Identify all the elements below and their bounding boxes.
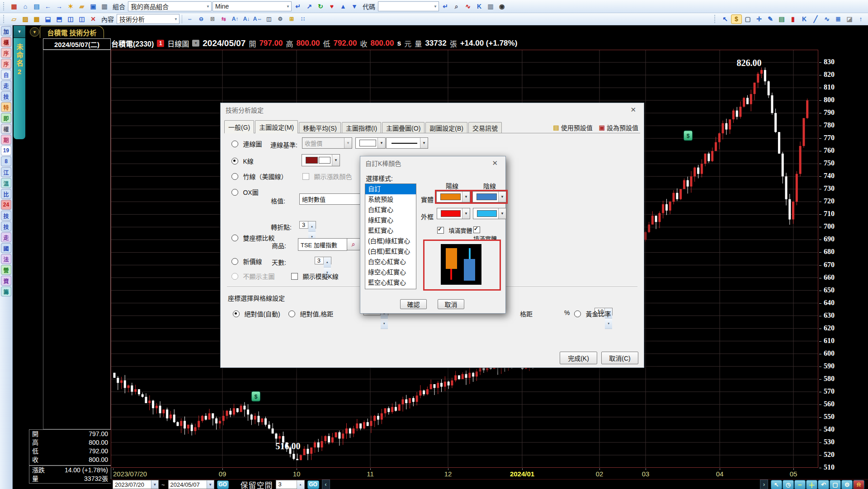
sim-k-checkbox[interactable]: 顯示模擬K線 — [291, 272, 339, 281]
portfolio-dropdown[interactable]: 我的商品組合 ▼ — [128, 1, 212, 11]
kline-radio[interactable]: K線 — [231, 156, 254, 165]
ox-radio[interactable]: OX圖 — [231, 188, 259, 197]
bull-body-color-dropdown[interactable]: ▼ — [436, 191, 470, 202]
k-chart-icon[interactable]: K — [474, 2, 485, 11]
sidebar-function-button[interactable]: 資 — [1, 276, 11, 286]
line-color-dropdown[interactable]: ▼ — [355, 137, 386, 149]
forward-icon[interactable]: → — [54, 2, 65, 11]
settings-tab[interactable]: 副圖設定(B) — [425, 122, 467, 133]
period-dropdown-icon[interactable]: ▼ — [192, 40, 199, 47]
style-option[interactable]: (白框)綠紅實心 — [365, 236, 416, 246]
font-down-icon[interactable]: A↓ — [241, 14, 252, 24]
sidebar-function-button[interactable]: 序 — [1, 48, 11, 58]
style-option[interactable]: 藍空心紅實心 — [365, 277, 416, 288]
bamboo-radio[interactable]: 竹線（美國線） — [231, 172, 287, 181]
sidebar-function-button[interactable]: 櫃 — [1, 37, 11, 47]
sidebar-function-button[interactable]: 19 — [1, 146, 11, 155]
dialog-titlebar[interactable]: 技術分析設定 ✕ — [221, 103, 644, 117]
abs-auto-radio[interactable]: 絕對值(自動) — [233, 309, 280, 318]
line-chart-radio[interactable]: 連線圖 — [231, 139, 262, 148]
abs-gap-radio[interactable]: 絕對值,格距 — [288, 309, 333, 318]
fill-bull-checkbox[interactable]: 填滿實體 — [437, 226, 472, 235]
sidebar-function-button[interactable]: 比 — [1, 189, 11, 199]
scroll-up-icon[interactable]: ↑ — [855, 14, 866, 24]
bear-body-color-dropdown[interactable]: ▼ — [472, 191, 506, 202]
style-option[interactable]: 白紅實心 — [365, 205, 416, 215]
settings-tab[interactable]: 主圖指標(I) — [342, 122, 381, 133]
close-pane-icon[interactable]: ✕ — [88, 14, 99, 24]
sidebar-function-button[interactable]: 技 — [1, 91, 11, 101]
sidebar-function-button[interactable]: 溫 — [1, 178, 11, 188]
alert-bell-icon[interactable]: ⍾ — [853, 480, 864, 489]
dual-axis-radio[interactable]: 雙座標比較 — [231, 233, 274, 242]
settings-tab[interactable]: 交易訊號 — [468, 122, 502, 133]
pane-layout-icon[interactable]: ◫ — [264, 14, 274, 24]
print-icon[interactable]: ▥ — [99, 2, 110, 11]
product-search-button[interactable]: ⌕ — [347, 238, 360, 250]
sidebar-function-button[interactable]: 技 — [1, 211, 11, 221]
sidebar-function-button[interactable]: 技 — [1, 221, 11, 231]
cancel-button[interactable]: 取消 — [438, 299, 464, 309]
sidebar-function-button[interactable]: 即 — [1, 113, 11, 123]
trend-chart-icon[interactable]: ∿ — [462, 2, 473, 11]
settings-tab[interactable]: 移動平均(S) — [299, 122, 341, 133]
settings-tab[interactable]: 主圖設定(M) — [255, 120, 298, 133]
split-rows-icon[interactable]: ⬓ — [42, 14, 53, 24]
done-button[interactable]: 完成(K) — [560, 352, 597, 364]
tools-icon[interactable]: ⚙ — [841, 480, 853, 489]
settings-tab[interactable]: 一般(G) — [224, 120, 254, 133]
set-default-button[interactable]: ▣ 設為預設值 — [599, 123, 638, 132]
product-input[interactable]: TSE 加權指數 — [298, 238, 347, 251]
style-option[interactable]: 綠空心紅實心 — [365, 267, 416, 277]
sidebar-function-button[interactable]: 走 — [1, 80, 11, 90]
sidebar-function-button[interactable]: 8 — [1, 156, 11, 166]
golden-ratio-radio[interactable]: 黃金比率 — [574, 309, 611, 318]
page-up-icon[interactable]: ▲ — [338, 2, 349, 11]
undo-icon[interactable]: ↶ — [818, 480, 829, 489]
enter-icon[interactable]: ↵ — [292, 2, 303, 11]
home-icon[interactable]: ⌂ — [20, 2, 31, 11]
time-axis[interactable]: 2023/07/20091011122024/0102030405 — [111, 468, 818, 479]
film-icon[interactable]: ▥ — [485, 2, 496, 11]
sidebar-function-button[interactable]: 營 — [1, 265, 11, 275]
range-go-button[interactable]: GO — [217, 480, 229, 489]
tab-menu-button[interactable]: ▼ — [30, 27, 39, 37]
style-option[interactable]: 白空心紅實心 — [365, 257, 416, 267]
price-axis[interactable]: 8308208108007907807707607507407307207107… — [819, 50, 868, 468]
turn-point-stepper[interactable]: 3 ▲▼ — [299, 221, 316, 229]
wave-tool-icon[interactable]: ∿ — [821, 14, 832, 24]
duplicate-icon[interactable]: ▩ — [31, 14, 42, 24]
sidebar-function-button[interactable]: 自 — [1, 70, 11, 80]
sidebar-function-button[interactable]: 期 — [1, 135, 11, 145]
note-tool-icon[interactable]: ▤ — [776, 14, 787, 24]
style-option[interactable]: 藍紅實心 — [365, 226, 416, 236]
eraser-tool-icon[interactable]: ◪ — [844, 14, 855, 24]
sidebar-function-button[interactable]: 加 — [1, 26, 11, 36]
days-stepper[interactable]: 3 ▲▼ — [315, 257, 331, 264]
zoom-out-icon[interactable]: − — [794, 480, 806, 489]
split-cols2-icon[interactable]: ◫ — [76, 14, 87, 24]
zoom-in-icon[interactable]: ＋ — [806, 480, 817, 489]
period-label[interactable]: 日線圖 — [167, 38, 189, 49]
sidebar-function-button[interactable]: 特 — [1, 102, 11, 112]
save-icon[interactable]: ▣ — [88, 2, 99, 11]
page-down-icon[interactable]: ▼ — [349, 2, 360, 11]
swap-icon[interactable]: ⇆ — [218, 14, 229, 24]
close-icon[interactable]: ✕ — [627, 105, 639, 114]
content-dropdown[interactable]: 技術分析 ▼ — [117, 14, 179, 24]
stepper-up-icon[interactable]: ▲ — [297, 480, 304, 489]
sidebar-function-button[interactable]: 序 — [1, 59, 11, 69]
enter-code-icon[interactable]: ↵ — [440, 2, 451, 11]
line-style-dropdown[interactable]: ▼ — [386, 137, 428, 149]
date-to-dropdown[interactable]: 2024/05/07 ▼ — [168, 480, 214, 489]
use-default-button[interactable]: ▤ 使用預設值 — [553, 123, 593, 132]
close-icon[interactable]: ✕ — [489, 159, 500, 168]
select-rect-icon[interactable]: ▢ — [742, 14, 753, 24]
cancel-button[interactable]: 取消(C) — [601, 352, 638, 364]
price-tool-icon[interactable]: $ — [731, 14, 742, 24]
pointer-tool-icon[interactable]: ↖ — [720, 14, 731, 24]
watchlist-dropdown[interactable]: Mine ▼ — [212, 1, 292, 11]
refresh-icon[interactable]: ↻ — [315, 2, 326, 11]
sidebar-function-button[interactable]: 江 — [1, 167, 11, 177]
style-option[interactable]: 自訂 — [365, 184, 416, 194]
